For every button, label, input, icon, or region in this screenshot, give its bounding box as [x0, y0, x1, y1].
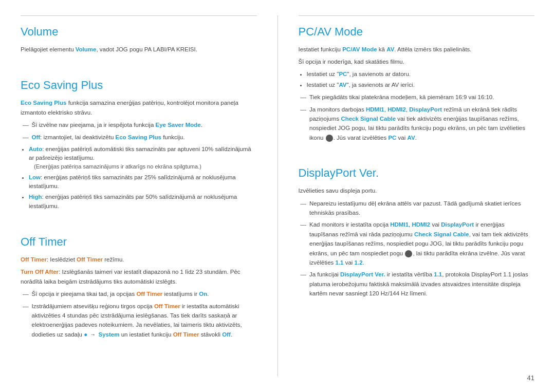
eco-keyword-2: Eco Saving Plus: [115, 134, 161, 140]
hdmi1-kw2: HDMI1: [390, 221, 409, 228]
eco-saving-plus-title: Eco Saving Plus: [21, 79, 257, 92]
dash-icon-6: ―: [301, 105, 307, 114]
dp-note-3: ― Ja funkcijai DisplayPort Ver. ir iesta…: [299, 270, 535, 298]
pc-keyword: PC: [339, 71, 347, 77]
av-keyword-3: AV: [408, 135, 415, 141]
hdmi2-keyword: HDMI2: [387, 106, 406, 113]
off-timer-section: Off Timer Off Timer: Ieslēdziet Off Time…: [21, 226, 257, 342]
eco-saving-plus-body: Eco Saving Plus funkcija samazina enerģi…: [21, 98, 257, 211]
auto-subnote: (Enerģijas patēriņa samazinājums ir atka…: [34, 162, 257, 171]
dash-icon-3: ―: [23, 289, 29, 298]
off-timer-title: Off Timer: [21, 235, 257, 249]
eco-bullet-list: Auto: enerģijas patēriņš automātiski tik…: [29, 145, 257, 211]
left-column: Volume Pielāgojiet elementu Volume, vado…: [21, 15, 257, 377]
menu-icon-circle: ●: [84, 331, 87, 338]
v11-kw2: 1.1: [434, 271, 442, 277]
check-signal-keyword: Check Signal Cable: [341, 116, 396, 122]
pc-keyword-2: PC: [388, 135, 396, 141]
dash-icon-7: ―: [301, 199, 307, 208]
pc-av-keyword: PC/AV Mode: [342, 46, 377, 52]
dp-note-2: ― Kad monitors ir iestatīta opcija HDMI1…: [299, 220, 535, 267]
displayport-ver-title: DisplayPort Ver.: [299, 166, 535, 180]
eco-bullet-auto: Auto: enerģijas patēriņš automātiski tik…: [29, 145, 257, 171]
av-keyword: AV: [386, 46, 394, 52]
pc-av-mode-body: Iestatiet funkciju PC/AV Mode kā AV. Att…: [299, 45, 535, 142]
dash-icon: ―: [23, 120, 29, 129]
vertical-divider: [278, 15, 278, 377]
right-column: PC/AV Mode Iestatiet funkciju PC/AV Mode…: [299, 15, 535, 377]
off-timer-keyword-2: Off Timer: [77, 256, 103, 263]
hdmi1-keyword: HDMI1: [366, 106, 384, 113]
dp-ver-kw: DisplayPort Ver.: [340, 271, 385, 277]
system-keyword: System: [99, 331, 120, 338]
page-number: 41: [527, 374, 534, 382]
off-timer-note-1: ― Šī opcija ir pieejama tikai tad, ja op…: [21, 289, 257, 298]
eco-keyword: Eco Saving Plus: [21, 100, 66, 106]
off-keyword-2: Off: [222, 331, 231, 338]
pc-bullet: Iestatiet uz "PC", ja savienots ar dator…: [307, 70, 535, 79]
v11-keyword: 1.1: [336, 259, 344, 266]
dp-kw2: DisplayPort: [441, 221, 474, 228]
eco-saving-plus-section: Eco Saving Plus Eco Saving Plus funkcija…: [21, 69, 257, 214]
circle-icon-2: [405, 250, 412, 257]
off-timer-keyword-3: Off Timer: [136, 291, 162, 297]
displayport-ver-section: DisplayPort Ver. Izvēlieties savu disple…: [299, 157, 535, 301]
dp-note-1: ― Nepareizu iestatījumu dēļ ekrāna attēl…: [299, 199, 535, 218]
check-signal-kw2: Check Signal Cable: [414, 231, 469, 237]
eco-bullet-low: Low: enerģijas patēriņš tiks samazināts …: [29, 173, 257, 191]
av-keyword-2: AV: [339, 82, 346, 88]
pc-av-note-2: ― Ja monitors darbojas HDMI1, HDMI2, Dis…: [299, 105, 535, 143]
dash-icon-8: ―: [301, 220, 307, 229]
dash-icon-2: ―: [23, 133, 29, 142]
pc-av-bullet-list: Iestatiet uz "PC", ja savienots ar dator…: [307, 70, 535, 90]
turn-off-after-keyword: Turn Off After: [21, 269, 59, 275]
dash-icon-9: ―: [301, 270, 307, 279]
off-timer-note-2: ― Izstrādājumiem atsevišķu reģionu tirgo…: [21, 302, 257, 340]
pc-av-mode-section: PC/AV Mode Iestatiet funkciju PC/AV Mode…: [299, 16, 535, 145]
arrow-right: →: [90, 330, 96, 340]
av-bullet: Iestatiet uz "AV", ja savienots ar AV ie…: [307, 81, 535, 89]
v12-keyword: 1.2: [355, 259, 363, 266]
eco-note-2: ― Off: izmantojiet, lai deaktivizētu Eco…: [21, 133, 257, 142]
auto-keyword: Auto: [29, 146, 42, 152]
off-timer-body: Off Timer: Ieslēdziet Off Timer režīmu. …: [21, 255, 257, 339]
volume-body: Pielāgojiet elementu Volume, vadot JOG p…: [21, 45, 257, 54]
high-keyword: High: [29, 194, 42, 200]
eco-bullet-high: High: enerģijas patēriņš tiks samazināts…: [29, 193, 257, 211]
volume-keyword: Volume: [76, 46, 97, 52]
dash-icon-4: ―: [23, 302, 29, 311]
low-keyword: Low: [29, 174, 41, 180]
pc-av-mode-title: PC/AV Mode: [299, 25, 535, 39]
on-keyword: On: [199, 291, 207, 297]
volume-section: Volume Pielāgojiet elementu Volume, vado…: [21, 16, 257, 57]
off-keyword: Off: [32, 134, 41, 140]
dash-icon-5: ―: [301, 92, 307, 102]
off-timer-keyword-1: Off Timer: [21, 256, 47, 263]
eco-note-1: ― Šī izvēlne nav pieejama, ja ir iespējo…: [21, 120, 257, 129]
circle-icon: [326, 135, 333, 142]
eye-saver-keyword: Eye Saver Mode: [156, 122, 201, 128]
off-timer-keyword-5: Off Timer: [173, 331, 199, 338]
off-timer-keyword-4: Off Timer: [154, 303, 180, 309]
volume-title: Volume: [21, 25, 257, 39]
pc-av-note-1: ― Tiek piegādāts tikai platekrāna modeļi…: [299, 92, 535, 102]
hdmi2-kw2: HDMI2: [412, 221, 430, 228]
displayport-keyword: DisplayPort: [409, 106, 442, 113]
displayport-ver-body: Izvēlieties savu displeja portu. ― Nepar…: [299, 186, 535, 298]
